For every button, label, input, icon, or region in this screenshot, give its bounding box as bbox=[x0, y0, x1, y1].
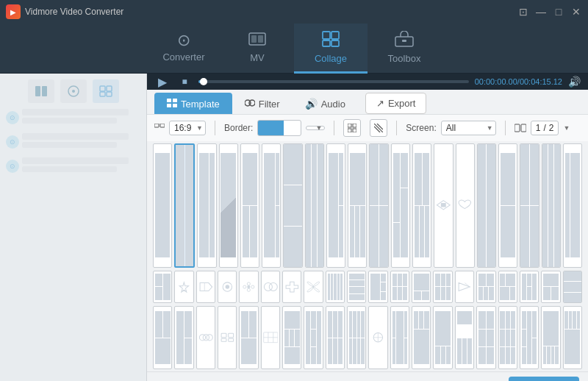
template-l-left[interactable] bbox=[240, 143, 259, 268]
app-title: Vidmore Video Converter bbox=[25, 7, 123, 17]
title-minimize-btn[interactable]: — bbox=[535, 6, 547, 18]
export-main-button[interactable]: Export bbox=[509, 377, 579, 381]
tmpl-r3-13[interactable] bbox=[412, 306, 431, 369]
tmpl-r3-18[interactable] bbox=[520, 306, 539, 369]
progress-bar[interactable] bbox=[198, 80, 469, 83]
tab-converter[interactable]: ⊙ Converter bbox=[147, 24, 220, 74]
svg-rect-25 bbox=[348, 124, 351, 127]
tmpl-r2-star[interactable] bbox=[174, 271, 193, 304]
tmpl-r2-play[interactable] bbox=[455, 271, 474, 304]
title-close-btn[interactable]: ✕ bbox=[570, 6, 582, 18]
template-extra-4[interactable] bbox=[542, 143, 561, 268]
tmpl-r2-circle[interactable] bbox=[218, 271, 237, 304]
svg-point-38 bbox=[225, 285, 229, 289]
svg-rect-18 bbox=[173, 99, 177, 102]
tmpl-r3-2[interactable] bbox=[174, 306, 193, 369]
template-extra-3[interactable] bbox=[520, 143, 539, 268]
title-message-btn[interactable]: ⊡ bbox=[517, 6, 529, 18]
grid-layout-btn[interactable] bbox=[343, 119, 361, 137]
tmpl-r3-19[interactable] bbox=[541, 306, 560, 369]
pattern-btn[interactable] bbox=[370, 119, 387, 137]
template-5[interactable] bbox=[412, 143, 431, 268]
tmpl-r2-extra1[interactable] bbox=[520, 271, 539, 304]
template-star[interactable] bbox=[434, 143, 453, 268]
tmpl-r2-6grid[interactable] bbox=[433, 271, 452, 304]
template-3-cols[interactable] bbox=[305, 143, 324, 268]
tmpl-r2-1[interactable] bbox=[153, 271, 172, 304]
tmpl-r3-12[interactable] bbox=[390, 306, 409, 369]
tmpl-r2-stripes[interactable] bbox=[347, 271, 366, 304]
stop-btn[interactable]: ■ bbox=[176, 74, 193, 90]
tmpl-r3-8[interactable] bbox=[304, 306, 323, 369]
svg-rect-9 bbox=[35, 86, 40, 96]
tmpl-r3-11[interactable] bbox=[368, 306, 387, 369]
page-total: 2 bbox=[549, 123, 554, 133]
template-4-grid[interactable] bbox=[369, 143, 388, 268]
tmpl-r3-7[interactable] bbox=[282, 306, 301, 369]
border-color-swatch[interactable] bbox=[257, 120, 301, 136]
tmpl-r2-2p3[interactable] bbox=[476, 271, 495, 304]
svg-point-39 bbox=[247, 282, 250, 285]
play-btn[interactable]: ▶ bbox=[154, 74, 171, 90]
title-bar-controls: ⊡ — □ ✕ bbox=[517, 6, 582, 18]
screen-select[interactable]: All Screen 1 Screen 2 bbox=[441, 121, 496, 135]
template-right-stack[interactable] bbox=[326, 143, 345, 268]
border-select[interactable] bbox=[306, 126, 325, 130]
template-two-v[interactable] bbox=[174, 143, 195, 268]
tmpl-r2-mixed1[interactable] bbox=[368, 271, 387, 304]
export-tab-btn[interactable]: ↗ Export bbox=[365, 93, 427, 114]
tmpl-r3-20[interactable] bbox=[563, 306, 582, 369]
tmpl-r3-14[interactable] bbox=[433, 306, 452, 369]
svg-point-44 bbox=[264, 282, 272, 291]
title-maximize-btn[interactable]: □ bbox=[553, 6, 564, 18]
volume-btn[interactable]: 🔊 bbox=[568, 76, 581, 88]
template-diagonal[interactable] bbox=[219, 143, 238, 268]
tmpl-r2-extra2[interactable] bbox=[541, 271, 560, 304]
tmpl-r2-cross[interactable] bbox=[282, 271, 301, 304]
tmpl-r3-1[interactable] bbox=[153, 306, 172, 369]
tmpl-r2-3rows2[interactable] bbox=[390, 271, 409, 304]
tab-mv[interactable]: MV bbox=[220, 24, 294, 74]
svg-rect-50 bbox=[221, 334, 226, 338]
aspect-ratio-select[interactable]: 16:9 4:3 1:1 bbox=[169, 121, 206, 135]
tab-toolbox[interactable]: Toolbox bbox=[368, 24, 441, 74]
tmpl-r3-9[interactable] bbox=[326, 306, 345, 369]
tmpl-r2-stagger[interactable] bbox=[498, 271, 517, 304]
tmpl-r2-rings[interactable] bbox=[261, 271, 280, 304]
tab-collage[interactable]: Collage bbox=[294, 24, 368, 74]
tmpl-r3-rings[interactable] bbox=[196, 306, 215, 369]
template-extra-2[interactable] bbox=[498, 143, 517, 268]
template-two-unequal-l[interactable] bbox=[197, 143, 216, 268]
tmpl-r2-arrow[interactable] bbox=[196, 271, 215, 304]
template-wide-2r[interactable] bbox=[391, 143, 410, 268]
app-icon: ▶ bbox=[6, 4, 21, 19]
template-t-top[interactable] bbox=[348, 143, 367, 268]
tmpl-r2-featured[interactable] bbox=[412, 271, 431, 304]
svg-rect-52 bbox=[221, 339, 226, 342]
page-dropdown-arrow[interactable]: ▼ bbox=[563, 124, 570, 132]
template-heart[interactable] bbox=[456, 143, 475, 268]
tmpl-r3-squares[interactable] bbox=[218, 306, 237, 369]
left-dvd-icon bbox=[60, 79, 87, 103]
tmpl-r2-flower[interactable] bbox=[239, 271, 258, 304]
tmpl-r2-extra3[interactable] bbox=[563, 271, 582, 304]
svg-rect-23 bbox=[154, 124, 159, 127]
tab-template[interactable]: Template bbox=[154, 93, 232, 114]
template-single[interactable] bbox=[153, 143, 172, 268]
template-extra-5[interactable] bbox=[563, 143, 582, 268]
tmpl-r2-5col[interactable] bbox=[326, 271, 345, 304]
tmpl-r2-butterfly[interactable] bbox=[304, 271, 323, 304]
tmpl-r3-5[interactable] bbox=[239, 306, 258, 369]
tmpl-r3-15[interactable] bbox=[455, 306, 474, 369]
tmpl-r3-17[interactable] bbox=[498, 306, 517, 369]
template-extra-1[interactable] bbox=[477, 143, 496, 268]
template-3-rows[interactable] bbox=[283, 143, 302, 268]
main-content: ⊙ ⊙ ⊙ bbox=[0, 74, 588, 381]
template-wide-center[interactable] bbox=[262, 143, 281, 268]
tmpl-r3-16[interactable] bbox=[476, 306, 495, 369]
tab-filter[interactable]: Filter bbox=[232, 93, 293, 114]
svg-rect-3 bbox=[323, 32, 330, 39]
tab-audio[interactable]: 🔊 Audio bbox=[293, 93, 358, 114]
tmpl-r3-6[interactable] bbox=[261, 306, 280, 369]
tmpl-r3-10[interactable] bbox=[347, 306, 366, 369]
